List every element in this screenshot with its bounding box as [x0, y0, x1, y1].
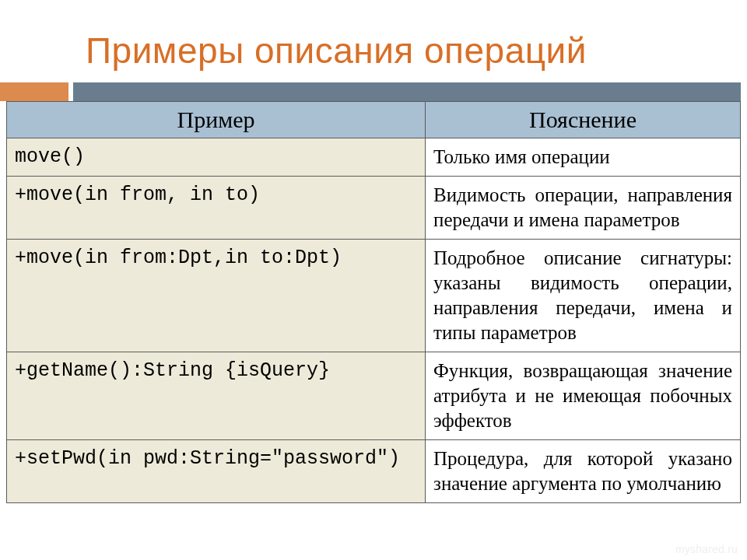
table-header-row: Пример Пояснение: [7, 102, 741, 138]
divider: [0, 82, 747, 101]
cell-desc: Видимость операции, направления передачи…: [426, 177, 741, 240]
cell-desc: Только имя операции: [426, 138, 741, 177]
table-row: move() Только имя операции: [7, 138, 741, 177]
cell-desc: Функция, возвращающая значение атрибута …: [426, 352, 741, 440]
accent-bar: [73, 82, 741, 101]
slide: Примеры описания операций Пример Пояснен…: [0, 0, 747, 560]
slide-title: Примеры описания операций: [0, 0, 747, 79]
table-row: +setPwd(in pwd:String="password") Процед…: [7, 440, 741, 503]
table-row: +move(in from:Dpt,in to:Dpt) Подробное о…: [7, 240, 741, 352]
accent-block: [0, 82, 68, 101]
cell-desc: Процедура, для которой указано значение …: [426, 440, 741, 503]
watermark: myshared.ru: [675, 543, 738, 555]
cell-example: +move(in from:Dpt,in to:Dpt): [7, 240, 426, 352]
operations-table: Пример Пояснение move() Только имя опера…: [6, 101, 741, 503]
cell-example: +getName():String {isQuery}: [7, 352, 426, 440]
cell-desc: Подробное описание сигнатуры: указаны ви…: [426, 240, 741, 352]
cell-example: move(): [7, 138, 426, 177]
cell-example: +move(in from, in to): [7, 177, 426, 240]
header-example: Пример: [7, 102, 426, 138]
header-desc: Пояснение: [426, 102, 741, 138]
table-row: +getName():String {isQuery} Функция, воз…: [7, 352, 741, 440]
cell-example: +setPwd(in pwd:String="password"): [7, 440, 426, 503]
table-row: +move(in from, in to) Видимость операции…: [7, 177, 741, 240]
